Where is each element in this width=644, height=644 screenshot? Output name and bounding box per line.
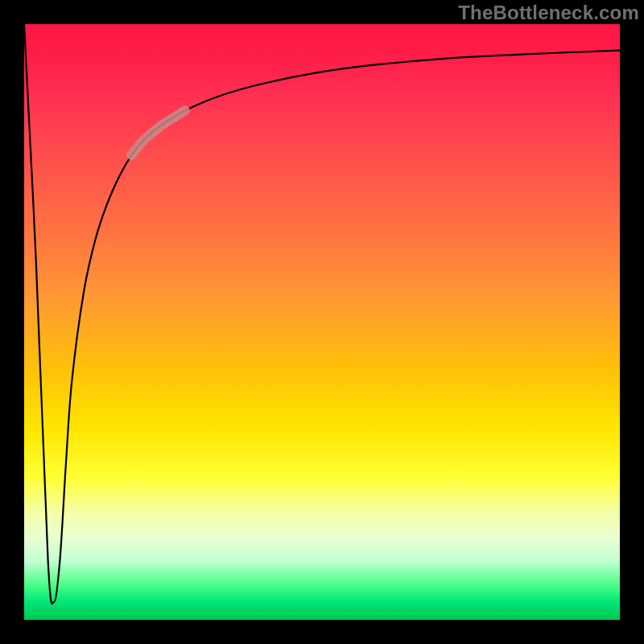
plot-area — [24, 24, 620, 620]
chart-container: TheBottleneck.com — [0, 0, 644, 644]
watermark-text: TheBottleneck.com — [458, 2, 639, 24]
bottleneck-curve — [24, 24, 620, 604]
highlight-segment — [131, 110, 185, 155]
curve-svg — [24, 24, 620, 620]
